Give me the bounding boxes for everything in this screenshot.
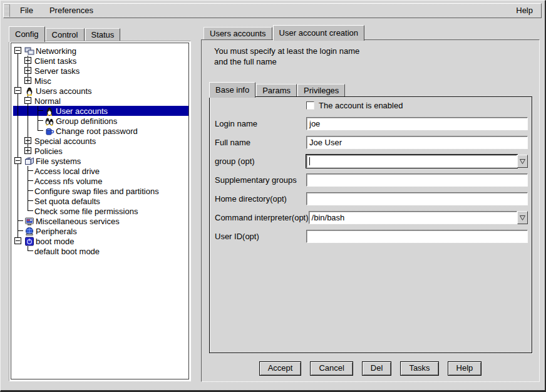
user-id-input[interactable] [306, 230, 528, 243]
supplementary-groups-label: Supplementary groups [215, 175, 306, 185]
tree-guide [23, 96, 33, 106]
tasks-button[interactable]: Tasks [400, 361, 438, 376]
tree-guide [23, 206, 33, 216]
tree-guide [13, 196, 23, 206]
tree-item-configure-swap-files-and-partitions[interactable]: Configure swap files and partitions [13, 186, 188, 196]
collapse-minus-box[interactable] [14, 87, 21, 94]
tree-guide [13, 176, 23, 186]
tree-guide [13, 146, 23, 156]
tab-privileges[interactable]: Privileges [297, 84, 345, 97]
tree-item-misc[interactable]: Misc [13, 76, 188, 86]
menu-help[interactable]: Help [508, 4, 541, 18]
tree-item-policies[interactable]: Policies [13, 146, 188, 156]
tree-item-access-local-drive[interactable]: Access local drive [13, 166, 188, 176]
tree-item-user-accounts[interactable]: User accounts [13, 106, 188, 116]
account-enabled-checkbox[interactable] [306, 101, 314, 110]
tree-item-label: Configure swap files and partitions [34, 187, 161, 196]
tree-item-server-tasks[interactable]: Server tasks [13, 66, 188, 76]
expand-plus-box[interactable] [24, 67, 31, 74]
tree-item-file-systems[interactable]: File systems [13, 156, 188, 166]
users-icon [24, 86, 34, 96]
tree-guide [23, 106, 33, 116]
user-id-label: User ID(opt) [215, 232, 306, 241]
tree-guide [13, 46, 23, 56]
menu-file[interactable]: File [12, 4, 41, 18]
group-row: group (opt) [215, 155, 528, 168]
expand-plus-box[interactable] [24, 147, 31, 154]
action-button-row: AcceptCancelDelTasksHelp [202, 361, 539, 376]
tree-guide [13, 206, 23, 216]
tree-item-boot-mode[interactable]: boot mode [13, 236, 188, 246]
collapse-minus-box[interactable] [14, 47, 21, 54]
collapse-minus-box[interactable] [14, 157, 21, 164]
tree-item-change-root-password[interactable]: Change root password [13, 126, 188, 136]
tab-params[interactable]: Params [256, 84, 297, 97]
tree-item-users-accounts[interactable]: Users accounts [13, 86, 188, 96]
tab-config[interactable]: Config [9, 26, 45, 42]
accept-button[interactable]: Accept [259, 361, 302, 376]
tree-item-check-some-file-permissions[interactable]: Check some file permissions [13, 206, 188, 216]
tree-guide [13, 156, 23, 166]
home-directory-input[interactable] [306, 192, 528, 205]
tree-item-label: Group definitions [56, 116, 119, 126]
services-icon [24, 217, 34, 226]
command-interpreter-combo-arrow-button[interactable] [517, 211, 528, 224]
tree-item-label: Miscellaneous services [36, 217, 121, 226]
tab-base-info[interactable]: Base info [209, 82, 255, 98]
group-icon [44, 116, 54, 126]
tab-control[interactable]: Control [46, 28, 85, 41]
tree-item-access-nfs-volume[interactable]: Access nfs volume [13, 176, 188, 186]
tab-users-accounts[interactable]: Users accounts [203, 27, 272, 40]
expand-plus-box[interactable] [24, 137, 31, 144]
menu-preferences[interactable]: Preferences [41, 4, 101, 18]
tree-item-label: Access local drive [34, 167, 101, 176]
login-name-row: Login namejoe [215, 117, 528, 130]
tree-guide [13, 86, 23, 96]
mug-icon [44, 126, 54, 136]
expand-plus-box[interactable] [24, 77, 31, 84]
network-icon [24, 46, 34, 56]
tab-status[interactable]: Status [85, 28, 121, 41]
group-label: group (opt) [215, 157, 306, 166]
tree-guide [13, 96, 23, 106]
tree-item-normal[interactable]: Normal [13, 96, 188, 106]
tree-item-peripherals[interactable]: Peripherals [13, 226, 188, 236]
tree-guide [23, 56, 33, 66]
tree-item-label: File systems [36, 157, 83, 166]
home-directory-row: Home directory(opt) [215, 192, 528, 205]
collapse-minus-box[interactable] [24, 97, 31, 104]
group-combo-arrow-button[interactable] [517, 155, 528, 168]
hint-line-1: You must specify at least the login name [214, 46, 359, 56]
left-tabbar: ConfigControlStatus [9, 25, 121, 41]
group-input[interactable] [306, 155, 517, 168]
tree-item-label: Policies [34, 147, 64, 156]
supplementary-groups-row: Supplementary groups [215, 173, 528, 187]
tree-item-miscellaneous-services[interactable]: Miscellaneous services [13, 216, 188, 226]
tree-item-special-accounts[interactable]: Special accounts [13, 136, 188, 146]
tree-item-client-tasks[interactable]: Client tasks [13, 56, 188, 66]
tree-item-label: Access nfs volume [34, 177, 104, 186]
tree-guide [13, 106, 23, 116]
tree-item-group-definitions[interactable]: Group definitions [13, 116, 188, 126]
account-enabled-label: The account is enabled [319, 101, 403, 110]
tree-item-networking[interactable]: Networking [13, 46, 188, 56]
menubar-grip[interactable] [4, 4, 10, 17]
supplementary-groups-input[interactable] [306, 173, 528, 187]
command-interpreter-input[interactable]: /bin/bash [309, 211, 517, 224]
tree-item-set-quota-defaults[interactable]: Set quota defaults [13, 196, 188, 206]
help-button[interactable]: Help [448, 361, 482, 376]
tree-item-default-boot-mode[interactable]: default boot mode [13, 246, 188, 256]
full-name-input[interactable]: Joe User [306, 136, 528, 149]
expand-plus-box[interactable] [24, 57, 31, 64]
tree-guide [23, 246, 33, 256]
tree-guide [13, 126, 23, 136]
tab-user-account-creation[interactable]: User account creation [273, 25, 364, 41]
menubar: FilePreferences Help [3, 3, 542, 18]
right-tabbar: Users accountsUser account creation [203, 25, 365, 40]
tree-guide [23, 176, 33, 186]
base-info-form: The account is enabled Login namejoeFull… [209, 96, 532, 353]
collapse-minus-box[interactable] [14, 237, 21, 244]
del-button[interactable]: Del [362, 361, 392, 376]
login-name-input[interactable]: joe [306, 117, 528, 130]
cancel-button[interactable]: Cancel [310, 361, 353, 376]
